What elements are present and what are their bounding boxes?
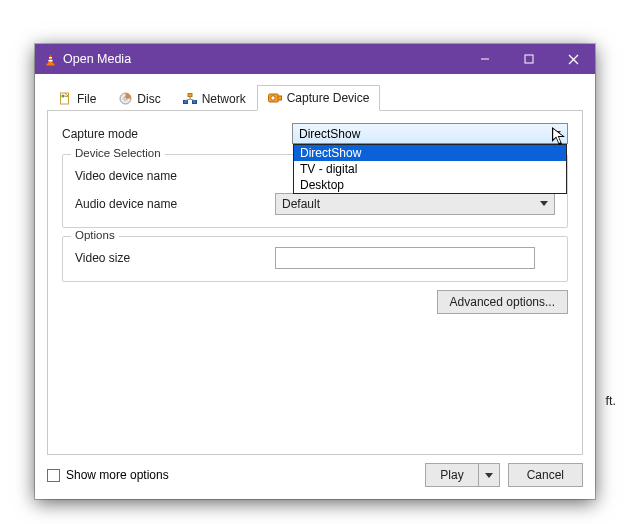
- network-icon: [183, 92, 197, 106]
- show-more-options-checkbox[interactable]: Show more options: [47, 468, 169, 482]
- window-title: Open Media: [63, 52, 131, 66]
- svg-rect-12: [188, 93, 192, 96]
- tab-disc-label: Disc: [137, 92, 160, 106]
- video-size-input[interactable]: [275, 247, 535, 269]
- svg-rect-5: [525, 55, 533, 63]
- capture-mode-dropdown: DirectShow TV - digital Desktop: [293, 144, 567, 194]
- close-button[interactable]: [551, 44, 595, 74]
- stray-text: ft.: [606, 394, 616, 408]
- svg-marker-0: [48, 54, 53, 64]
- svg-rect-13: [183, 100, 187, 103]
- capture-panel: Capture mode DirectShow DirectShow TV - …: [47, 111, 583, 455]
- checkbox-box-icon: [47, 469, 60, 482]
- svg-rect-19: [278, 96, 282, 100]
- file-icon: [58, 92, 72, 106]
- minimize-button[interactable]: [463, 44, 507, 74]
- cancel-button-label: Cancel: [527, 468, 564, 482]
- svg-line-16: [185, 99, 190, 101]
- capture-mode-option-desktop[interactable]: Desktop: [294, 177, 566, 193]
- advanced-options-button[interactable]: Advanced options...: [437, 290, 568, 314]
- svg-rect-3: [48, 60, 52, 61]
- svg-point-9: [61, 94, 64, 97]
- vlc-cone-icon: [43, 52, 57, 66]
- capture-icon: [268, 91, 282, 105]
- tab-file-label: File: [77, 92, 96, 106]
- cancel-button[interactable]: Cancel: [508, 463, 583, 487]
- play-split-button: Play: [425, 463, 499, 487]
- device-selection-legend: Device Selection: [71, 147, 165, 159]
- play-dropdown-button[interactable]: [478, 463, 500, 487]
- titlebar: Open Media: [35, 44, 595, 74]
- svg-rect-1: [46, 63, 54, 65]
- tab-disc[interactable]: Disc: [107, 85, 171, 111]
- tab-network-label: Network: [202, 92, 246, 106]
- video-size-label: Video size: [75, 251, 275, 265]
- chevron-down-icon: [485, 468, 493, 482]
- tabs: File Disc Network Capture Device: [47, 84, 583, 111]
- capture-mode-combo[interactable]: DirectShow DirectShow TV - digital Deskt…: [292, 123, 568, 144]
- capture-mode-option-tv-digital[interactable]: TV - digital: [294, 161, 566, 177]
- svg-line-17: [190, 99, 195, 101]
- play-button-label: Play: [440, 468, 463, 482]
- capture-mode-label: Capture mode: [62, 127, 292, 141]
- audio-device-value: Default: [282, 197, 320, 211]
- tab-capture-label: Capture Device: [287, 91, 370, 105]
- dialog-footer: Show more options Play Cancel: [47, 455, 583, 487]
- options-legend: Options: [71, 229, 119, 241]
- show-more-options-label: Show more options: [66, 468, 169, 482]
- options-group: Options Video size: [62, 236, 568, 282]
- capture-mode-option-directshow[interactable]: DirectShow: [294, 145, 566, 161]
- tab-capture-device[interactable]: Capture Device: [257, 85, 381, 111]
- advanced-options-label: Advanced options...: [450, 295, 555, 309]
- chevron-down-icon: [540, 201, 548, 207]
- tab-file[interactable]: File: [47, 85, 107, 111]
- svg-point-20: [271, 96, 275, 100]
- open-media-dialog: Open Media File Disc Network Capture Dev…: [35, 44, 595, 499]
- maximize-button[interactable]: [507, 44, 551, 74]
- mouse-cursor-icon: [551, 126, 569, 151]
- svg-marker-26: [485, 473, 493, 478]
- disc-icon: [118, 92, 132, 106]
- svg-rect-2: [49, 57, 52, 58]
- svg-marker-25: [540, 201, 548, 206]
- svg-rect-14: [192, 100, 196, 103]
- capture-mode-value: DirectShow: [299, 127, 360, 141]
- tab-network[interactable]: Network: [172, 85, 257, 111]
- play-button[interactable]: Play: [425, 463, 477, 487]
- audio-device-label: Audio device name: [75, 197, 275, 211]
- audio-device-combo[interactable]: Default: [275, 193, 555, 215]
- dialog-body: File Disc Network Capture Device Capture…: [35, 74, 595, 499]
